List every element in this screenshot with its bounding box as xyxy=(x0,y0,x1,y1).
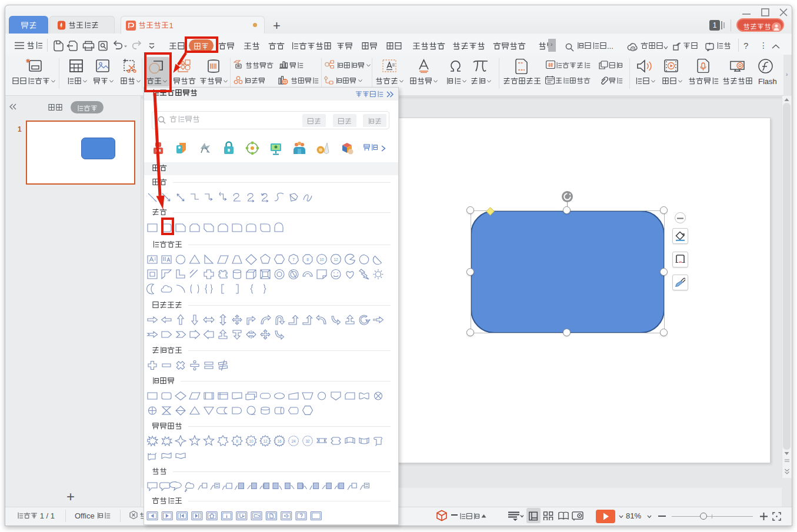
svg-text:10: 10 xyxy=(249,439,254,443)
svg-text:10: 10 xyxy=(319,257,324,262)
svg-text:16: 16 xyxy=(277,439,282,443)
svg-text:8: 8 xyxy=(236,439,238,443)
svg-text:12: 12 xyxy=(263,439,268,443)
svg-text:32: 32 xyxy=(305,439,310,443)
svg-text:12: 12 xyxy=(334,257,338,262)
svg-text:8: 8 xyxy=(306,257,309,262)
svg-text:24: 24 xyxy=(291,439,296,443)
svg-text:7: 7 xyxy=(292,257,295,262)
